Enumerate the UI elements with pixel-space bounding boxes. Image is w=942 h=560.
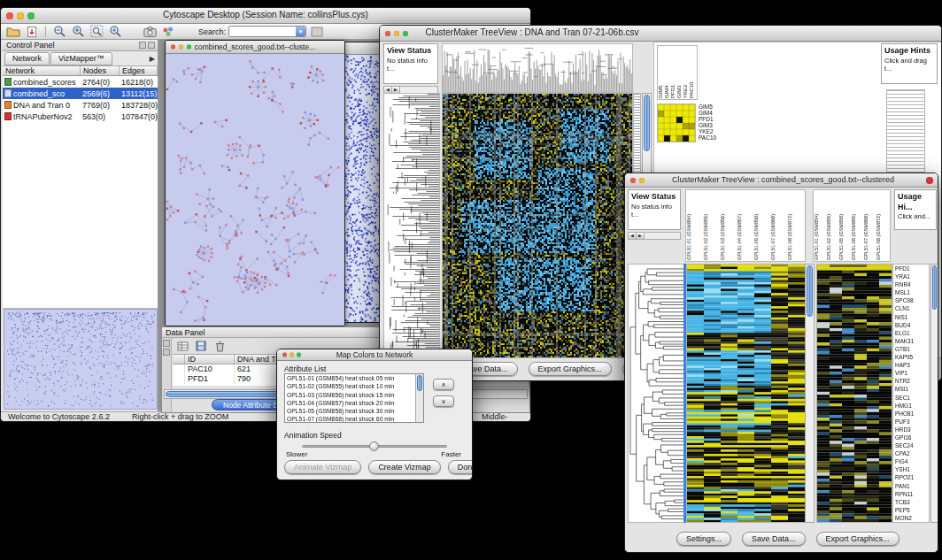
dialog-button[interactable]: Animate Vizmap	[284, 460, 361, 474]
gene-label[interactable]: HRD3	[895, 426, 927, 433]
gene-label[interactable]: HAP3	[895, 362, 927, 368]
scroll-right-icon[interactable]: ▶	[392, 87, 400, 93]
gene-label[interactable]: PUF3	[895, 418, 927, 425]
gene-label[interactable]: GTB1	[895, 346, 927, 352]
scrollbar-thumb[interactable]	[417, 375, 422, 391]
network-list-row[interactable]: combined_sco 2569(6) 13112(15)	[3, 88, 158, 99]
gene-label[interactable]: RPO21	[895, 474, 927, 480]
float-panel-icon[interactable]	[163, 340, 170, 347]
scrollbar-thumb[interactable]	[807, 265, 813, 317]
gene-label[interactable]: ELG1	[895, 330, 927, 336]
nodes-column-header[interactable]: Nodes	[81, 66, 120, 75]
gene-label[interactable]: PHO81	[895, 410, 927, 417]
close-panel-icon[interactable]	[148, 42, 155, 49]
gene-label[interactable]: RPN11	[895, 491, 927, 497]
animation-speed-slider[interactable]	[302, 445, 447, 448]
gene-label[interactable]: YRA1	[895, 273, 927, 280]
attribute-list-item[interactable]: GPL51-04 (GSM857) heat shock 20 min	[285, 399, 423, 407]
treeview-button[interactable]: Save Data...	[742, 532, 806, 546]
scrollbar-thumb[interactable]	[644, 95, 650, 151]
secondary-heatmap-canvas[interactable]	[816, 264, 892, 523]
gene-label[interactable]: GPI16	[895, 434, 927, 441]
attribute-list-scrollbar[interactable]	[415, 374, 423, 422]
selected-genes-matrix[interactable]	[657, 104, 696, 142]
close-icon[interactable]	[630, 178, 636, 183]
id-column-header[interactable]: ID	[185, 355, 235, 364]
edges-column-header[interactable]: Edges	[120, 66, 158, 75]
gene-label[interactable]: CLN1	[895, 305, 927, 311]
scroll-right-icon[interactable]: ▶	[637, 233, 645, 239]
minimize-icon[interactable]	[290, 353, 294, 357]
attribute-delete-icon[interactable]	[212, 339, 228, 353]
minimize-icon[interactable]	[639, 178, 645, 183]
gene-label[interactable]: NIS1	[895, 314, 927, 320]
heatmap-canvas[interactable]	[442, 93, 633, 358]
gene-label[interactable]: SEC24	[895, 442, 927, 449]
network-canvas[interactable]	[166, 54, 344, 326]
gene-label[interactable]: VIP1	[895, 370, 927, 376]
minimize-icon[interactable]	[179, 45, 183, 50]
zoom-icon[interactable]	[187, 45, 191, 50]
scroll-left-icon[interactable]: ◀	[384, 87, 392, 93]
close-icon[interactable]	[171, 45, 175, 50]
attribute-save-icon[interactable]	[193, 339, 209, 353]
gene-label[interactable]: KAP95	[895, 354, 927, 360]
control-panel-tab[interactable]: VizMapper™	[50, 52, 112, 65]
treeview2-titlebar[interactable]: ClusterMaker TreeView : combined_scores_…	[625, 173, 938, 188]
scrollbar-thumb[interactable]	[932, 265, 937, 310]
zoom-icon[interactable]	[403, 31, 408, 36]
heatmap-vscrollbar[interactable]	[805, 264, 815, 523]
row-dendrogram[interactable]	[383, 93, 440, 358]
gene-label[interactable]: MSI1	[895, 386, 927, 392]
import-icon[interactable]	[24, 25, 40, 39]
zoom-in-icon[interactable]	[70, 25, 86, 39]
minimize-icon[interactable]	[394, 31, 399, 36]
gene-label[interactable]: SPC98	[895, 297, 927, 303]
vizmap-icon[interactable]	[160, 25, 176, 39]
attribute-list[interactable]: GPL51-01 (GSM854) heat shock 05 minGPL51…	[284, 373, 424, 423]
gene-label[interactable]: NTR2	[895, 378, 927, 384]
close-icon[interactable]	[926, 177, 933, 184]
move-down-button[interactable]: ∨	[433, 395, 454, 407]
gene-list-vscrollbar[interactable]	[930, 264, 938, 523]
attribute-list-item[interactable]: GPL51-03 (GSM856) heat shock 15 min	[285, 391, 423, 399]
network-list-row[interactable]: DNA and Tran 0 7769(0) 183728(0)	[3, 99, 158, 111]
main-window-titlebar[interactable]: Cytoscape Desktop (Session Name: collins…	[1, 8, 530, 24]
search-input[interactable]: ▾	[228, 26, 306, 37]
gene-label[interactable]: PEP5	[895, 507, 927, 513]
gene-label[interactable]: MAK31	[895, 338, 927, 344]
close-icon[interactable]	[282, 353, 287, 357]
snapshot-icon[interactable]	[142, 25, 158, 39]
minimize-icon[interactable]	[17, 12, 24, 19]
gene-label[interactable]: PAN1	[895, 483, 927, 489]
scroll-left-icon[interactable]: ◀	[629, 233, 637, 239]
network-column-header[interactable]: Network	[3, 66, 81, 75]
treeview-button[interactable]: Export Graphics...	[529, 362, 612, 376]
tab-overflow-arrow[interactable]: ▶	[150, 55, 155, 63]
gene-label[interactable]: SEC1	[895, 395, 927, 401]
gene-label[interactable]: CPA2	[895, 450, 927, 456]
heatmap-canvas[interactable]	[686, 264, 806, 523]
network-list-row[interactable]: tRNAPuberNov2 563(0) 107847(0)	[3, 111, 158, 122]
zoom-icon[interactable]	[297, 353, 301, 357]
zoom-icon[interactable]	[27, 12, 35, 19]
column-dendrogram[interactable]	[442, 43, 633, 93]
gene-label[interactable]: BUD4	[895, 322, 927, 328]
gene-label[interactable]: YSH1	[895, 466, 927, 472]
zoom-out-icon[interactable]	[51, 25, 67, 39]
gene-label[interactable]: HMG1	[895, 403, 927, 409]
options-icon[interactable]	[309, 25, 325, 39]
hide-panel-icon[interactable]	[163, 349, 170, 356]
network-view-titlebar[interactable]: combined_scores_good.txt--cluste...	[166, 41, 344, 54]
gene-label[interactable]: TCB3	[895, 499, 927, 505]
gene-label[interactable]: MSL1	[895, 289, 927, 295]
network-list-row[interactable]: combined_scores 2764(0) 16218(0)	[3, 76, 158, 88]
treeview-button[interactable]: Export Graphics...	[816, 532, 900, 546]
control-panel-tab[interactable]: Network	[4, 52, 50, 65]
slider-thumb[interactable]	[369, 441, 379, 451]
attribute-list-item[interactable]: GPL51-05 (GSM858) heat shock 30 min	[285, 407, 423, 415]
close-icon[interactable]	[6, 12, 13, 19]
gene-label[interactable]: PFD1	[895, 265, 927, 272]
gene-label[interactable]: MON2	[895, 515, 927, 521]
row-dendrogram[interactable]	[628, 264, 684, 523]
